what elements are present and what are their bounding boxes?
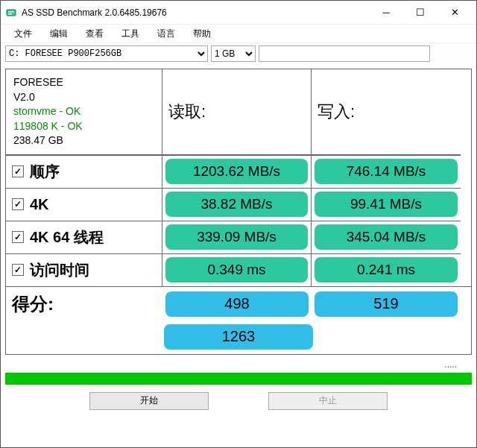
drive-firmware: V2.0 [13,90,35,105]
driver-status: stornvme - OK [13,104,80,119]
row-access-label: ✓ 访问时间 [6,253,162,286]
app-icon [5,7,17,19]
seq-write: 746.14 MB/s [312,155,461,188]
4k-read: 38.82 MB/s [162,188,312,221]
drive-select[interactable]: C: FORESEE P900F256GB [5,45,208,62]
start-button[interactable]: 开始 [89,392,209,410]
score-total: 1263 [164,324,313,350]
write-header: 写入: [312,69,461,155]
button-row: 开始 中止 [1,392,476,410]
window-title: AS SSD Benchmark 2.0.6485.19676 [22,7,369,18]
progress-dots: ..... [5,359,472,371]
menu-view[interactable]: 查看 [77,25,113,42]
filter-input[interactable] [259,45,430,62]
progress-area: ..... [5,359,472,385]
svg-rect-1 [8,11,14,13]
score-write: 519 [312,287,461,321]
score-label: 得分: [6,287,162,321]
titlebar: AS SSD Benchmark 2.0.6485.19676 ─ ☐ ✕ [1,1,476,25]
test-size-select[interactable]: 1 GB [211,45,256,62]
read-header: 读取: [162,69,312,155]
menu-file[interactable]: 文件 [5,25,41,42]
4k-write: 99.41 MB/s [312,188,461,221]
access-checkbox[interactable]: ✓ [12,264,24,276]
menu-language[interactable]: 语言 [148,25,184,42]
menu-tools[interactable]: 工具 [113,25,148,42]
drive-info: FORESEE V2.0 stornvme - OK 119808 K - OK… [6,69,162,155]
access-read: 0.349 ms [162,253,312,286]
drive-name: FORESEE [13,75,63,90]
svg-rect-0 [7,10,16,16]
4k64-read: 339.09 MB/s [162,221,312,253]
row-4k64-label: ✓ 4K 64 线程 [6,221,162,253]
results-panel: FORESEE V2.0 stornvme - OK 119808 K - OK… [5,69,472,355]
4k64-write: 345.04 MB/s [312,221,461,253]
abort-button[interactable]: 中止 [268,392,388,410]
svg-rect-2 [8,13,12,15]
minimize-button[interactable]: ─ [369,1,403,24]
drive-capacity: 238.47 GB [13,133,63,148]
menu-edit[interactable]: 编辑 [41,25,77,42]
access-write: 0.241 ms [312,253,461,286]
score-read: 498 [162,287,312,321]
maximize-button[interactable]: ☐ [403,1,437,24]
alignment-status: 119808 K - OK [13,119,83,134]
row-seq-label: ✓ 顺序 [6,155,162,188]
score-total-row: 1263 [6,321,471,354]
seq-checkbox[interactable]: ✓ [12,165,24,177]
row-4k-label: ✓ 4K [6,188,162,221]
progress-bar [5,373,472,385]
4k-checkbox[interactable]: ✓ [12,198,24,210]
4k64-checkbox[interactable]: ✓ [12,231,24,243]
menu-help[interactable]: 帮助 [184,25,220,42]
seq-read: 1203.62 MB/s [162,155,312,188]
app-window: AS SSD Benchmark 2.0.6485.19676 ─ ☐ ✕ 文件… [0,0,477,448]
close-button[interactable]: ✕ [437,1,472,24]
menubar: 文件 编辑 查看 工具 语言 帮助 [1,25,476,43]
toolbar: C: FORESEE P900F256GB 1 GB [1,43,476,64]
